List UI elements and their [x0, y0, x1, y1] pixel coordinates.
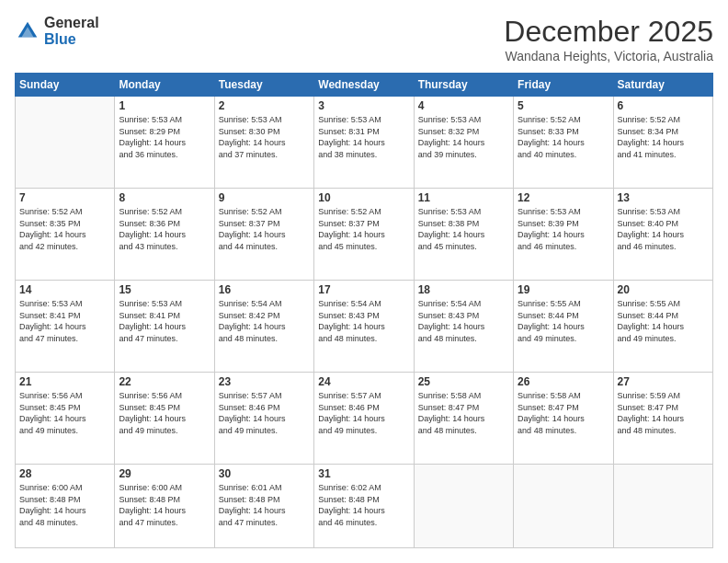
day-number: 22 [119, 375, 210, 388]
calendar-week-row: 28Sunrise: 6:00 AM Sunset: 8:48 PM Dayli… [16, 465, 713, 548]
calendar-cell: 17Sunrise: 5:54 AM Sunset: 8:43 PM Dayli… [314, 281, 414, 373]
calendar-cell: 18Sunrise: 5:54 AM Sunset: 8:43 PM Dayli… [414, 281, 513, 373]
day-number: 21 [19, 375, 110, 388]
day-info: Sunrise: 5:53 AM Sunset: 8:29 PM Dayligh… [119, 114, 210, 160]
calendar-cell: 28Sunrise: 6:00 AM Sunset: 8:48 PM Dayli… [16, 465, 115, 548]
weekday-header-sunday: Sunday [16, 74, 115, 97]
day-info: Sunrise: 5:54 AM Sunset: 8:43 PM Dayligh… [318, 298, 409, 344]
day-number: 14 [19, 283, 110, 296]
weekday-header-wednesday: Wednesday [314, 74, 414, 97]
day-number: 20 [618, 283, 709, 296]
day-number: 23 [219, 375, 310, 388]
day-info: Sunrise: 5:52 AM Sunset: 8:37 PM Dayligh… [219, 206, 310, 252]
day-number: 25 [418, 375, 509, 388]
day-info: Sunrise: 5:54 AM Sunset: 8:42 PM Dayligh… [219, 298, 310, 344]
calendar-cell [414, 465, 513, 548]
day-number: 18 [418, 283, 509, 296]
day-number: 29 [119, 467, 210, 480]
calendar-cell: 20Sunrise: 5:55 AM Sunset: 8:44 PM Dayli… [613, 281, 712, 373]
day-number: 27 [618, 375, 709, 388]
calendar-cell: 11Sunrise: 5:53 AM Sunset: 8:38 PM Dayli… [414, 189, 513, 281]
day-info: Sunrise: 6:00 AM Sunset: 8:48 PM Dayligh… [119, 482, 210, 528]
day-number: 17 [318, 283, 409, 296]
calendar-cell: 22Sunrise: 5:56 AM Sunset: 8:45 PM Dayli… [115, 373, 214, 465]
day-number: 9 [219, 191, 310, 204]
logo-blue-text: Blue [44, 31, 76, 47]
calendar-cell: 1Sunrise: 5:53 AM Sunset: 8:29 PM Daylig… [115, 97, 214, 189]
day-info: Sunrise: 5:55 AM Sunset: 8:44 PM Dayligh… [518, 298, 609, 344]
day-info: Sunrise: 5:58 AM Sunset: 8:47 PM Dayligh… [418, 390, 509, 436]
calendar-cell: 10Sunrise: 5:52 AM Sunset: 8:37 PM Dayli… [314, 189, 414, 281]
day-info: Sunrise: 5:52 AM Sunset: 8:35 PM Dayligh… [19, 206, 110, 252]
day-number: 1 [119, 99, 210, 112]
calendar-cell: 24Sunrise: 5:57 AM Sunset: 8:46 PM Dayli… [314, 373, 414, 465]
calendar-cell: 19Sunrise: 5:55 AM Sunset: 8:44 PM Dayli… [514, 281, 613, 373]
calendar-cell: 3Sunrise: 5:53 AM Sunset: 8:31 PM Daylig… [314, 97, 414, 189]
calendar-cell: 6Sunrise: 5:52 AM Sunset: 8:34 PM Daylig… [613, 97, 712, 189]
calendar-week-row: 7Sunrise: 5:52 AM Sunset: 8:35 PM Daylig… [16, 189, 713, 281]
logo-icon [15, 18, 40, 44]
day-number: 26 [518, 375, 609, 388]
calendar-cell: 27Sunrise: 5:59 AM Sunset: 8:47 PM Dayli… [613, 373, 712, 465]
header: General Blue December 2025 Wandana Heigh… [15, 15, 713, 63]
day-number: 30 [219, 467, 310, 480]
day-info: Sunrise: 5:53 AM Sunset: 8:41 PM Dayligh… [19, 298, 110, 344]
logo: General Blue [15, 15, 99, 47]
calendar-cell: 7Sunrise: 5:52 AM Sunset: 8:35 PM Daylig… [16, 189, 115, 281]
day-number: 8 [119, 191, 210, 204]
title-block: December 2025 Wandana Heights, Victoria,… [504, 15, 713, 63]
calendar-cell: 15Sunrise: 5:53 AM Sunset: 8:41 PM Dayli… [115, 281, 214, 373]
day-info: Sunrise: 5:53 AM Sunset: 8:40 PM Dayligh… [618, 206, 709, 252]
day-number: 10 [318, 191, 409, 204]
weekday-header-row: SundayMondayTuesdayWednesdayThursdayFrid… [16, 74, 713, 97]
weekday-header-saturday: Saturday [613, 74, 712, 97]
day-info: Sunrise: 5:52 AM Sunset: 8:37 PM Dayligh… [318, 206, 409, 252]
day-number: 12 [518, 191, 609, 204]
day-info: Sunrise: 5:57 AM Sunset: 8:46 PM Dayligh… [219, 390, 310, 436]
calendar-cell: 14Sunrise: 5:53 AM Sunset: 8:41 PM Dayli… [16, 281, 115, 373]
calendar-cell: 25Sunrise: 5:58 AM Sunset: 8:47 PM Dayli… [414, 373, 513, 465]
day-info: Sunrise: 5:53 AM Sunset: 8:30 PM Dayligh… [219, 114, 310, 160]
calendar-week-row: 21Sunrise: 5:56 AM Sunset: 8:45 PM Dayli… [16, 373, 713, 465]
calendar-cell: 16Sunrise: 5:54 AM Sunset: 8:42 PM Dayli… [214, 281, 313, 373]
calendar-cell: 8Sunrise: 5:52 AM Sunset: 8:36 PM Daylig… [115, 189, 214, 281]
day-info: Sunrise: 5:54 AM Sunset: 8:43 PM Dayligh… [418, 298, 509, 344]
day-number: 7 [19, 191, 110, 204]
day-info: Sunrise: 5:53 AM Sunset: 8:38 PM Dayligh… [418, 206, 509, 252]
calendar-cell: 9Sunrise: 5:52 AM Sunset: 8:37 PM Daylig… [214, 189, 313, 281]
day-number: 13 [618, 191, 709, 204]
calendar-cell [514, 465, 613, 548]
day-number: 2 [219, 99, 310, 112]
day-info: Sunrise: 5:52 AM Sunset: 8:36 PM Dayligh… [119, 206, 210, 252]
calendar-cell: 31Sunrise: 6:02 AM Sunset: 8:48 PM Dayli… [314, 465, 414, 548]
day-info: Sunrise: 5:58 AM Sunset: 8:47 PM Dayligh… [518, 390, 609, 436]
calendar-table: SundayMondayTuesdayWednesdayThursdayFrid… [15, 73, 713, 548]
day-number: 16 [219, 283, 310, 296]
page: General Blue December 2025 Wandana Heigh… [0, 0, 728, 563]
calendar-cell: 26Sunrise: 5:58 AM Sunset: 8:47 PM Dayli… [514, 373, 613, 465]
day-info: Sunrise: 5:53 AM Sunset: 8:39 PM Dayligh… [518, 206, 609, 252]
day-number: 28 [19, 467, 110, 480]
day-info: Sunrise: 5:52 AM Sunset: 8:33 PM Dayligh… [518, 114, 609, 160]
day-number: 4 [418, 99, 509, 112]
day-number: 15 [119, 283, 210, 296]
day-info: Sunrise: 6:02 AM Sunset: 8:48 PM Dayligh… [318, 482, 409, 528]
day-number: 5 [518, 99, 609, 112]
day-info: Sunrise: 5:53 AM Sunset: 8:31 PM Dayligh… [318, 114, 409, 160]
logo-general-text: General [44, 15, 99, 30]
day-number: 11 [418, 191, 509, 204]
day-number: 6 [618, 99, 709, 112]
calendar-cell: 21Sunrise: 5:56 AM Sunset: 8:45 PM Dayli… [16, 373, 115, 465]
calendar-cell [613, 465, 712, 548]
calendar-cell [16, 97, 115, 189]
weekday-header-tuesday: Tuesday [214, 74, 313, 97]
day-info: Sunrise: 5:56 AM Sunset: 8:45 PM Dayligh… [119, 390, 210, 436]
calendar-cell: 13Sunrise: 5:53 AM Sunset: 8:40 PM Dayli… [613, 189, 712, 281]
day-info: Sunrise: 5:59 AM Sunset: 8:47 PM Dayligh… [618, 390, 709, 436]
day-info: Sunrise: 5:52 AM Sunset: 8:34 PM Dayligh… [618, 114, 709, 160]
day-info: Sunrise: 6:01 AM Sunset: 8:48 PM Dayligh… [219, 482, 310, 528]
day-info: Sunrise: 6:00 AM Sunset: 8:48 PM Dayligh… [19, 482, 110, 528]
day-info: Sunrise: 5:53 AM Sunset: 8:41 PM Dayligh… [119, 298, 210, 344]
day-info: Sunrise: 5:53 AM Sunset: 8:32 PM Dayligh… [418, 114, 509, 160]
calendar-cell: 30Sunrise: 6:01 AM Sunset: 8:48 PM Dayli… [214, 465, 313, 548]
